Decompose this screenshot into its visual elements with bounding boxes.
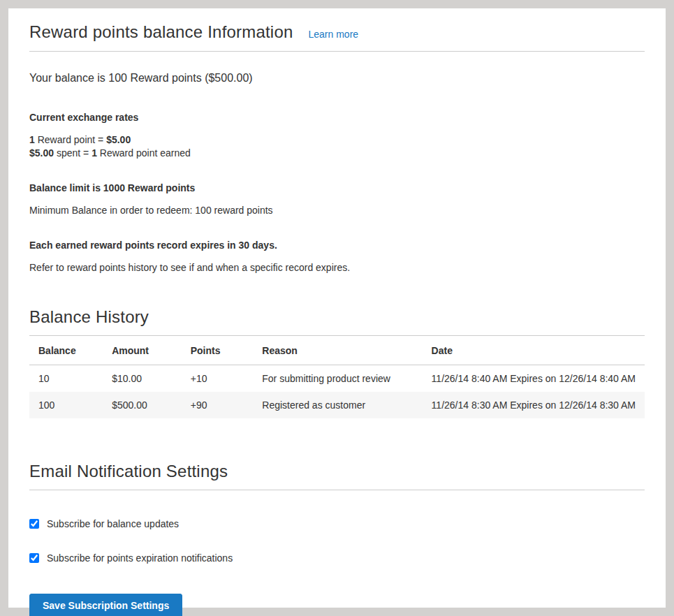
cell-date: 11/26/14 8:40 AM Expires on 12/26/14 8:4… [423, 365, 645, 393]
balance-history-table: Balance Amount Points Reason Date 10 $10… [29, 335, 645, 418]
subscribe-balance-updates-checkbox[interactable] [29, 519, 39, 529]
cell-date: 11/26/14 8:30 AM Expires on 12/26/14 8:3… [423, 392, 645, 418]
exchange-rates-heading: Current exchange rates [29, 112, 645, 123]
exchange-rates-lines: 1 Reward point = $5.00 $5.00 spent = 1 R… [29, 133, 645, 160]
column-header-date: Date [423, 336, 645, 365]
rate2-points: 1 [91, 147, 97, 159]
page-title: Reward points balance Information [29, 22, 293, 42]
column-header-balance: Balance [29, 336, 103, 365]
cell-reason: Registered as customer [253, 392, 422, 418]
column-header-points: Points [182, 336, 254, 365]
subscribe-balance-updates-label[interactable]: Subscribe for balance updates [47, 518, 179, 529]
column-header-amount: Amount [103, 336, 182, 365]
rate1-points: 1 [29, 134, 35, 145]
rate2-text: spent = [54, 147, 91, 159]
email-settings-title: Email Notification Settings [29, 462, 645, 481]
cell-points: +10 [182, 365, 254, 393]
cell-balance: 10 [29, 365, 103, 393]
subscribe-expiration-checkbox[interactable] [29, 553, 39, 563]
column-header-reason: Reason [253, 336, 422, 365]
email-settings-header: Email Notification Settings [29, 462, 645, 490]
table-header-row: Balance Amount Points Reason Date [29, 336, 645, 365]
expiration-note: Refer to reward points history to see if… [29, 261, 645, 274]
cell-points: +90 [182, 392, 254, 418]
subscribe-expiration-label[interactable]: Subscribe for points expiration notifica… [47, 552, 233, 564]
page-header: Reward points balance Information Learn … [29, 22, 645, 52]
expiration-heading: Each earned reward points record expires… [29, 240, 645, 251]
rate2-amount: $5.00 [29, 147, 54, 159]
subscribe-expiration-field: Subscribe for points expiration notifica… [29, 552, 645, 564]
balance-history-title: Balance History [29, 307, 645, 327]
table-row: 100 $500.00 +90 Registered as customer 1… [29, 392, 645, 418]
table-row: 10 $10.00 +10 For submitting product rev… [29, 365, 645, 393]
rate1-text: Reward point = [35, 134, 106, 145]
balance-summary: Your balance is 100 Reward points ($500.… [29, 71, 645, 86]
exchange-rate-line-2: $5.00 spent = 1 Reward point earned [29, 147, 645, 160]
subscribe-balance-updates-field: Subscribe for balance updates [29, 518, 645, 529]
cell-reason: For submitting product review [253, 365, 422, 393]
balance-limit-heading: Balance limit is 1000 Reward points [29, 182, 645, 193]
rate1-amount: $5.00 [106, 134, 131, 145]
cell-amount: $500.00 [103, 392, 182, 418]
cell-amount: $10.00 [103, 365, 182, 393]
rate2-rest: Reward point earned [97, 147, 191, 159]
reward-points-card: Reward points balance Information Learn … [8, 8, 666, 608]
exchange-rate-line-1: 1 Reward point = $5.00 [29, 133, 645, 147]
cell-balance: 100 [29, 392, 103, 418]
learn-more-link[interactable]: Learn more [308, 29, 358, 40]
minimum-redeem-note: Minimum Balance in order to redeem: 100 … [29, 204, 645, 217]
save-subscription-settings-button[interactable]: Save Subscription Settings [29, 594, 182, 616]
